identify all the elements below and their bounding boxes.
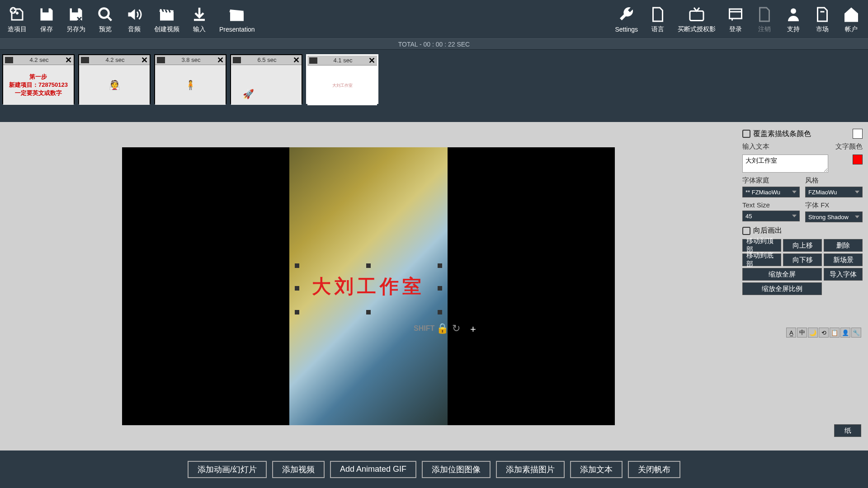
scene-close-icon[interactable]: ✕ (65, 55, 72, 65)
paper-button[interactable]: 纸 (834, 424, 861, 437)
selection-handle[interactable] (366, 263, 371, 268)
text-color-label: 文字颜色 (835, 142, 863, 151)
selection-handle[interactable] (366, 310, 371, 314)
magnify-icon (96, 5, 114, 23)
style-dropdown[interactable]: FZMiaoWu (805, 187, 863, 197)
download-icon (190, 5, 208, 23)
add-gif-button[interactable]: Add Animated GIF (330, 461, 416, 478)
mini-btn-cn[interactable]: 中 (797, 328, 807, 338)
add-slide-button[interactable]: 添加动画/幻灯片 (188, 461, 267, 478)
add-bitmap-button[interactable]: 添加位图图像 (422, 461, 491, 478)
person-icon (784, 5, 802, 23)
text-size-dropdown[interactable]: 45 (742, 211, 800, 221)
input-text-label: 输入文本 (742, 142, 769, 151)
move-bottom-button[interactable]: 移动到底部 (742, 253, 781, 266)
scene-minimize-icon[interactable] (5, 57, 13, 63)
save-button[interactable]: 保存 (32, 0, 61, 38)
floppy-x-icon (67, 5, 85, 23)
wrench-icon (618, 6, 636, 24)
timeline-scenes: 4.2 sec ✕ 第一步 新建项目：728750123 一定要英文或数字 4.… (0, 50, 868, 117)
draw-out-back-checkbox[interactable] (742, 227, 750, 235)
input-button[interactable]: 输入 (185, 0, 214, 38)
top-toolbar: 造项目 保存 另存为 预览 音频 创建视频 输入 Presentation (0, 0, 868, 38)
audio-button[interactable]: 音频 (120, 0, 149, 38)
add-text-button[interactable]: 添加文本 (570, 461, 623, 478)
support-button[interactable]: 支持 (779, 0, 808, 38)
scene-card-3[interactable]: 3.8 sec ✕ 🧍 (154, 54, 226, 104)
sketch-color-swatch[interactable] (853, 129, 863, 139)
move-up-button[interactable]: 向上移 (783, 239, 822, 252)
canvas-area: 大刘工作室 SHIFT 🔒 ↻ + (0, 122, 737, 450)
scene-close-icon[interactable]: ✕ (368, 56, 375, 66)
plus-icon[interactable]: + (470, 324, 476, 335)
scene-minimize-icon[interactable] (81, 57, 89, 63)
mini-btn-underline[interactable]: A̲ (786, 328, 796, 338)
mini-btn-clipboard[interactable]: 📋 (830, 328, 840, 338)
market-button[interactable]: 市场 (808, 0, 837, 38)
selection-handle[interactable] (295, 263, 299, 268)
fit-ratio-button[interactable]: 缩放全屏比例 (742, 282, 822, 295)
text-size-label: Text Size (742, 201, 800, 209)
svg-rect-2 (690, 11, 703, 20)
rotate-icon[interactable]: ↻ (452, 323, 460, 334)
toolbar-left: 造项目 保存 另存为 预览 音频 创建视频 输入 Presentation (2, 0, 260, 38)
clapper-icon (158, 5, 176, 23)
create-video-button[interactable]: 创建视频 (149, 0, 185, 38)
import-font-button[interactable]: 导入字体 (824, 268, 863, 281)
floppy-icon (38, 5, 56, 23)
selection-handle[interactable] (438, 263, 442, 268)
selection-handle[interactable] (295, 310, 299, 314)
scene-close-icon[interactable]: ✕ (217, 55, 224, 65)
scene-close-icon[interactable]: ✕ (293, 55, 300, 65)
new-scene-button[interactable]: 新场景 (824, 253, 863, 266)
language-button[interactable]: 语言 (643, 0, 672, 38)
account-button[interactable]: 帐户 (837, 0, 866, 38)
svg-point-4 (791, 8, 796, 14)
canvas-text[interactable]: 大刘工作室 (312, 274, 425, 299)
font-family-dropdown[interactable]: ** FZMiaoWu (742, 187, 800, 197)
presentation-button[interactable]: Presentation (214, 0, 260, 38)
mini-btn-moon[interactable]: 🌙 (808, 328, 818, 338)
close-canvas-button[interactable]: 关闭帆布 (628, 461, 680, 478)
save-as-button[interactable]: 另存为 (61, 0, 91, 38)
fit-fullscreen-button[interactable]: 缩放全屏 (742, 268, 822, 281)
delete-button[interactable]: 删除 (824, 239, 863, 252)
add-sketch-button[interactable]: 添加素描图片 (496, 461, 565, 478)
canvas[interactable]: 大刘工作室 SHIFT 🔒 ↻ + (122, 147, 615, 425)
properties-panel: 覆盖素描线条颜色 输入文本 文字颜色 字体家庭 ** FZMiaoWu 风格 F… (737, 122, 868, 450)
selection-handle[interactable] (295, 286, 299, 291)
scene-minimize-icon[interactable] (157, 57, 165, 63)
bottom-toolbar: 添加动画/幻灯片 添加视频 Add Animated GIF 添加位图图像 添加… (0, 450, 868, 488)
mini-btn-wrench[interactable]: 🔧 (851, 328, 861, 338)
override-sketch-color-checkbox[interactable] (742, 130, 750, 138)
font-fx-dropdown[interactable]: Strong Shadow (805, 211, 863, 222)
new-project-button[interactable]: 造项目 (2, 0, 32, 38)
scene-card-5[interactable]: 4.1 sec ✕ 大刘工作室 (306, 54, 378, 104)
selection-handle[interactable] (438, 310, 442, 314)
login-button[interactable]: 登录 (721, 0, 750, 38)
text-color-swatch[interactable] (853, 155, 863, 164)
text-input[interactable] (742, 155, 828, 173)
tv-icon (688, 5, 706, 23)
scene-close-icon[interactable]: ✕ (141, 55, 148, 65)
draw-out-back-label: 向后画出 (753, 226, 782, 235)
scene-minimize-icon[interactable] (309, 57, 317, 64)
add-video-button[interactable]: 添加视频 (272, 461, 325, 478)
lock-icon[interactable]: 🔒 (436, 323, 448, 334)
preview-button[interactable]: 预览 (91, 0, 120, 38)
selection-handle[interactable] (438, 286, 442, 291)
scene-card-4[interactable]: 6.5 sec ✕ 🚀 (230, 54, 302, 104)
mini-btn-person[interactable]: 👤 (840, 328, 850, 338)
scene-card-1[interactable]: 4.2 sec ✕ 第一步 新建项目：728750123 一定要英文或数字 (2, 54, 75, 104)
buyout-button[interactable]: 买断式授权影 (672, 0, 721, 38)
settings-button[interactable]: Settings (609, 0, 643, 38)
mini-btn-undo[interactable]: ⟲ (819, 328, 829, 338)
move-down-button[interactable]: 向下移 (783, 253, 822, 266)
font-family-label: 字体家庭 (742, 176, 800, 185)
doc-icon (649, 5, 667, 23)
home-icon (842, 5, 860, 23)
move-top-button[interactable]: 移动到顶部 (742, 239, 781, 252)
clapper2-icon (228, 6, 246, 24)
scene-minimize-icon[interactable] (233, 57, 241, 63)
scene-card-2[interactable]: 4.2 sec ✕ 👰 (78, 54, 151, 104)
